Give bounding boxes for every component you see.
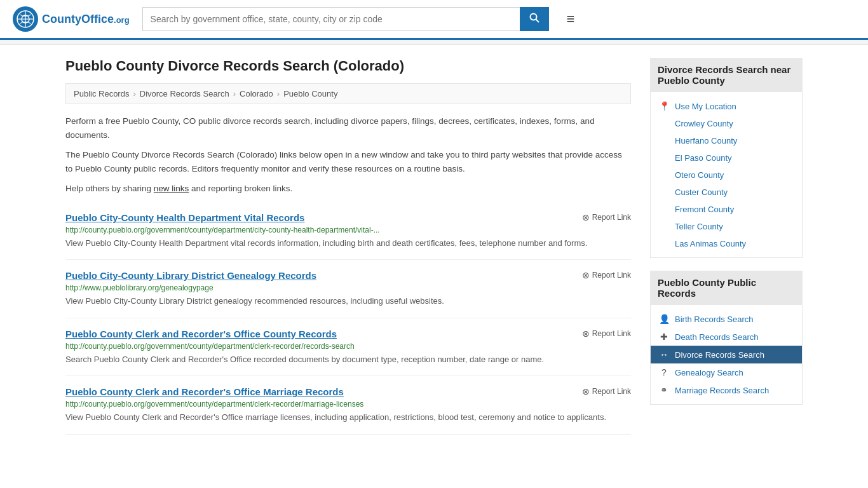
nearby-label-4: Otero County: [675, 170, 724, 180]
report-icon-3: ⊗: [582, 386, 590, 396]
description-3-post: and reporting broken links.: [189, 184, 292, 193]
sidebar-pr-link-4[interactable]: ⚭Marriage Records Search: [651, 381, 802, 399]
header: CountyOffice.org ≡: [0, 0, 868, 40]
breadcrumb: Public Records › Divorce Records Search …: [65, 83, 631, 104]
sidebar-nearby-title: Divorce Records Search near Pueblo Count…: [650, 58, 803, 92]
report-label-3: Report Link: [592, 387, 631, 396]
description-1: Perform a free Pueblo County, CO public …: [65, 114, 631, 142]
sidebar-public-records-section: Pueblo County Public Records 👤Birth Reco…: [650, 271, 803, 405]
sidebar-nearby-link-7[interactable]: Teller County: [651, 218, 802, 235]
report-link-3[interactable]: ⊗ Report Link: [582, 386, 631, 396]
new-links-link[interactable]: new links: [154, 184, 189, 193]
result-url-2: http://county.pueblo.org/government/coun…: [65, 342, 631, 351]
sidebar-nearby-link-3[interactable]: El Paso County: [651, 149, 802, 166]
report-icon-0: ⊗: [582, 212, 590, 222]
breadcrumb-divorce-records[interactable]: Divorce Records Search: [140, 89, 229, 98]
result-item: Pueblo County Clerk and Recorder's Offic…: [65, 376, 631, 435]
sidebar-pr-link-1[interactable]: ✚Death Records Search: [651, 328, 802, 346]
sidebar-nearby-link-4[interactable]: Otero County: [651, 166, 802, 184]
sidebar-pr-link-0[interactable]: 👤Birth Records Search: [651, 310, 802, 328]
report-label-1: Report Link: [592, 271, 631, 280]
location-icon: 📍: [658, 101, 670, 111]
breadcrumb-public-records[interactable]: Public Records: [74, 89, 129, 98]
pr-icon-0: 👤: [658, 314, 670, 324]
nearby-label-3: El Paso County: [675, 153, 732, 163]
result-desc-1: View Pueblo City-County Library District…: [65, 295, 631, 308]
result-desc-3: View Pueblo County Clerk and Recorder's …: [65, 411, 631, 424]
sidebar-pr-link-2[interactable]: ↔Divorce Records Search: [651, 346, 802, 363]
report-link-2[interactable]: ⊗ Report Link: [582, 329, 631, 339]
sidebar-nearby-link-2[interactable]: Huerfano County: [651, 132, 802, 149]
result-item: Pueblo City-County Library District Gene…: [65, 260, 631, 318]
report-label-0: Report Link: [592, 213, 631, 222]
search-input[interactable]: [142, 7, 520, 31]
result-desc-0: View Pueblo City-County Health Departmen…: [65, 237, 631, 250]
report-link-0[interactable]: ⊗ Report Link: [582, 212, 631, 222]
sidebar-nearby-link-0[interactable]: 📍Use My Location: [651, 97, 802, 115]
sidebar-nearby-content: 📍Use My LocationCrowley CountyHuerfano C…: [650, 92, 803, 258]
pr-label-4: Marriage Records Search: [675, 386, 769, 395]
result-url-0: http://county.pueblo.org/government/coun…: [65, 226, 631, 234]
result-title-0[interactable]: Pueblo City-County Health Department Vit…: [65, 212, 304, 223]
report-icon-1: ⊗: [582, 270, 590, 280]
pr-label-0: Birth Records Search: [675, 315, 754, 324]
pr-label-1: Death Records Search: [675, 332, 759, 342]
report-link-1[interactable]: ⊗ Report Link: [582, 270, 631, 280]
svg-line-5: [536, 20, 539, 23]
result-title-1[interactable]: Pueblo City-County Library District Gene…: [65, 270, 316, 281]
description-3-pre: Help others by sharing: [65, 184, 154, 193]
pr-label-2: Divorce Records Search: [675, 350, 764, 360]
breadcrumb-sep-2: ›: [233, 89, 236, 98]
sub-header-bar: [0, 40, 868, 45]
pr-icon-3: ?: [658, 367, 670, 377]
sidebar: Divorce Records Search near Pueblo Count…: [650, 58, 803, 435]
result-title-2[interactable]: Pueblo County Clerk and Recorder's Offic…: [65, 329, 337, 339]
result-url-1: http://www.pueblolibrary.org/genealogypa…: [65, 283, 631, 292]
breadcrumb-sep-3: ›: [277, 89, 280, 98]
logo-icon: [13, 6, 38, 32]
nearby-label-8: Las Animas County: [675, 239, 746, 248]
sidebar-public-records-title: Pueblo County Public Records: [650, 271, 803, 305]
result-title-3[interactable]: Pueblo County Clerk and Recorder's Offic…: [65, 386, 344, 397]
breadcrumb-sep-1: ›: [133, 89, 135, 98]
description-3: Help others by sharing new links and rep…: [65, 182, 631, 196]
sidebar-nearby-link-1[interactable]: Crowley County: [651, 115, 802, 132]
results-list: Pueblo City-County Health Department Vit…: [65, 202, 631, 435]
nearby-label-2: Huerfano County: [675, 136, 737, 146]
report-label-2: Report Link: [592, 329, 631, 338]
svg-point-4: [530, 14, 536, 20]
result-url-3: http://county.pueblo.org/government/coun…: [65, 400, 631, 409]
result-item: Pueblo County Clerk and Recorder's Offic…: [65, 318, 631, 377]
sidebar-nearby-section: Divorce Records Search near Pueblo Count…: [650, 58, 803, 258]
nearby-label-6: Fremont County: [675, 205, 734, 214]
page-title: Pueblo County Divorce Records Search (Co…: [65, 58, 631, 74]
nearby-label-1: Crowley County: [675, 119, 733, 128]
description-2: The Pueblo County Divorce Records Search…: [65, 148, 631, 175]
sidebar-nearby-link-8[interactable]: Las Animas County: [651, 235, 802, 252]
report-icon-2: ⊗: [582, 329, 590, 339]
breadcrumb-colorado[interactable]: Colorado: [240, 89, 273, 98]
pr-icon-4: ⚭: [658, 385, 670, 395]
logo-text: CountyOffice.org: [42, 13, 130, 26]
sidebar-nearby-link-6[interactable]: Fremont County: [651, 201, 802, 218]
menu-button[interactable]: ≡: [562, 8, 580, 30]
content-area: Pueblo County Divorce Records Search (Co…: [65, 58, 631, 435]
result-desc-2: Search Pueblo County Clerk and Recorder'…: [65, 353, 631, 366]
sidebar-nearby-link-5[interactable]: Custer County: [651, 184, 802, 201]
pr-label-3: Genealogy Search: [675, 368, 743, 377]
pr-icon-2: ↔: [658, 349, 670, 360]
nearby-label-0: Use My Location: [675, 102, 736, 111]
nearby-label-5: Custer County: [675, 187, 728, 197]
pr-icon-1: ✚: [658, 332, 670, 342]
logo[interactable]: CountyOffice.org: [13, 6, 130, 32]
main-container: Pueblo County Divorce Records Search (Co…: [53, 45, 815, 447]
nearby-label-7: Teller County: [675, 222, 723, 231]
result-item: Pueblo City-County Health Department Vit…: [65, 202, 631, 261]
search-button[interactable]: [520, 7, 549, 31]
sidebar-public-records-content: 👤Birth Records Search✚Death Records Sear…: [650, 305, 803, 405]
search-area: [142, 7, 549, 31]
breadcrumb-current: Pueblo County: [283, 89, 337, 98]
sidebar-pr-link-3[interactable]: ?Genealogy Search: [651, 363, 802, 381]
